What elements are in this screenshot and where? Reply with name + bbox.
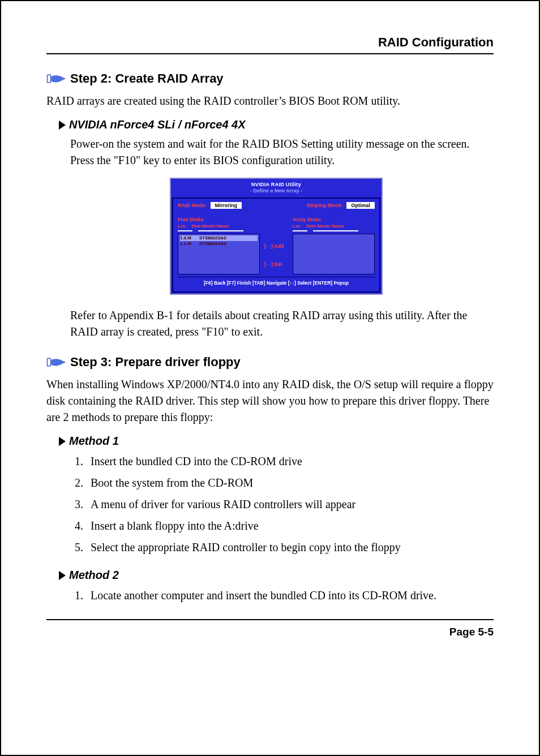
header-title: RAID Configuration xyxy=(46,35,494,50)
underline-icon xyxy=(293,230,307,231)
raid-footer-keys: [F6] Back [F7] Finish [TAB] Navigate [↑↓… xyxy=(178,277,375,289)
raid-utility-figure: NVIDIA RAID Utility - Define a New Array… xyxy=(59,178,494,295)
page-number: Page 5-5 xyxy=(46,626,494,638)
method1-title: Method 1 xyxy=(69,435,119,448)
raid-mode-value: Mirroring xyxy=(211,202,242,209)
raid-block-value: Optimal xyxy=(346,202,375,209)
method1-list: Insert the bundled CD into the CD-ROM dr… xyxy=(59,452,494,556)
svg-rect-1 xyxy=(48,75,50,82)
array-underlines xyxy=(293,230,375,231)
step3-heading-line: Step 3: Prepare driver floppy xyxy=(46,355,494,370)
free-disks-label: Free Disks xyxy=(178,217,260,222)
raid-mode-label: RAID Mode: xyxy=(178,203,207,208)
free-underlines xyxy=(178,230,260,231)
underline-icon xyxy=(198,230,243,231)
list-item: Insert a blank floppy into the A:drive xyxy=(86,517,494,535)
method2-title: Method 2 xyxy=(69,569,119,582)
step2-heading-line: Step 2: Create RAID Array xyxy=(46,71,494,86)
raid-title: NVIDIA RAID Utility xyxy=(171,179,382,188)
array-disks-subhead: Loc Disk Model Name xyxy=(293,224,375,229)
array-disks-label: Array Disks xyxy=(293,217,375,222)
row-name: ST380023AS xyxy=(199,235,258,241)
header-rule xyxy=(46,53,494,54)
row-loc: 1.0.M xyxy=(180,235,195,241)
col-loc: Loc xyxy=(178,224,186,229)
raid-body: RAID Mode: Mirroring Striping Block: Opt… xyxy=(172,197,380,293)
footer-rule xyxy=(46,619,494,620)
raid-top-row: RAID Mode: Mirroring Striping Block: Opt… xyxy=(178,202,375,209)
array-disks-col: Array Disks Loc Disk Model Name xyxy=(293,217,375,274)
method2-list: Locate another computer and insert the b… xyxy=(59,586,494,604)
raid-block: Striping Block: Optimal xyxy=(307,202,375,209)
list-item: Boot the system from the CD-ROM xyxy=(86,474,494,492)
step2-sub1-p1: Power-on the system and wait for the RAI… xyxy=(70,136,494,169)
raid-block-label: Striping Block: xyxy=(307,203,343,208)
triangle-bullet-icon xyxy=(59,571,66,580)
array-disks-list xyxy=(293,234,375,274)
free-disks-list: 1.0.M ST380023AS 1.1.M ST380023AS xyxy=(178,234,260,274)
free-disk-row: 1.0.M ST380023AS xyxy=(180,235,258,241)
free-disks-subhead: Loc Disk Model Name xyxy=(178,224,260,229)
step2-sub1-head: NVIDIA nForce4 SLi / nForce4 4X xyxy=(59,118,494,131)
method2-head: Method 2 xyxy=(59,569,494,582)
list-item: Locate another computer and insert the b… xyxy=(86,586,494,604)
svg-rect-3 xyxy=(48,359,50,366)
raid-utility-panel: NVIDIA RAID Utility - Define a New Array… xyxy=(170,178,383,295)
free-disk-row: 1.1.M ST380023AS xyxy=(180,241,258,247)
raid-columns: Free Disks Loc Disk Model Name xyxy=(178,217,375,274)
step3-heading: Step 3: Prepare driver floppy xyxy=(70,355,241,370)
col-loc: Loc xyxy=(293,224,301,229)
free-disks-col: Free Disks Loc Disk Model Name xyxy=(178,217,260,274)
col-model: Disk Model Name xyxy=(306,224,344,229)
page: RAID Configuration Step 2: Create RAID A… xyxy=(0,0,540,756)
list-item: Select the appropriate RAID controller t… xyxy=(86,538,494,556)
row-loc: 1.1.M xyxy=(180,241,195,247)
triangle-bullet-icon xyxy=(59,121,66,130)
row-name: ST380023AS xyxy=(199,241,258,247)
underline-icon xyxy=(178,230,192,231)
list-item: Insert the bundled CD into the CD-ROM dr… xyxy=(86,452,494,470)
step2-sub1: NVIDIA nForce4 SLi / nForce4 4X Power-on… xyxy=(59,118,494,340)
step2-sub1-title: NVIDIA nForce4 SLi / nForce4 4X xyxy=(69,118,246,131)
pointing-hand-icon xyxy=(46,72,67,85)
underline-icon xyxy=(313,230,358,231)
step2-heading: Step 2: Create RAID Array xyxy=(70,71,224,86)
step3-intro: When installing Windows XP/2000/NT4.0 in… xyxy=(46,376,494,426)
col-model: Disk Model Name xyxy=(191,224,229,229)
step2-after-img: Refer to Appendix B-1 for details about … xyxy=(70,307,494,340)
method1-head: Method 1 xyxy=(59,435,494,448)
method1-block: Method 1 Insert the bundled CD into the … xyxy=(59,435,494,556)
step2-intro: RAID arrays are created using the RAID c… xyxy=(46,93,494,109)
list-item: A menu of driver for various RAID contro… xyxy=(86,495,494,513)
raid-subtitle: - Define a New Array - xyxy=(171,188,382,196)
raid-mode: RAID Mode: Mirroring xyxy=(178,202,242,209)
pointing-hand-icon xyxy=(46,356,67,368)
content: RAID Configuration Step 2: Create RAID A… xyxy=(24,24,516,650)
del-button-label: [←] Del xyxy=(264,261,282,267)
triangle-bullet-icon xyxy=(59,437,66,446)
add-button-label: [→] Add xyxy=(264,243,284,249)
add-del-buttons: [→] Add [←] Del xyxy=(264,217,288,274)
method2-block: Method 2 Locate another computer and ins… xyxy=(59,569,494,604)
